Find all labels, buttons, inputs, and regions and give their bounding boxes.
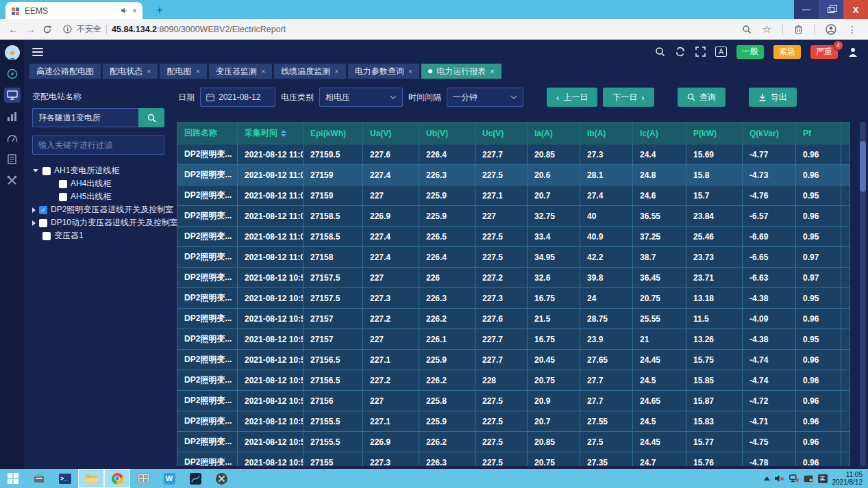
nav-tab-4[interactable]: 线缆温度监测× [274, 64, 345, 79]
zoom-icon[interactable] [742, 25, 752, 34]
voltage-type-select[interactable]: 相电压 [319, 88, 403, 107]
tab-close-icon[interactable]: × [147, 67, 151, 75]
column-header-9[interactable]: P(kW) [686, 123, 743, 144]
tab-close-icon[interactable]: × [408, 67, 412, 75]
network-error-icon[interactable] [789, 474, 799, 483]
back-icon[interactable]: ← [8, 23, 18, 35]
nav-tab-3[interactable]: 变压器监测× [209, 64, 272, 79]
column-header-5[interactable]: Uc(V) [475, 123, 528, 144]
rail-gauge-icon[interactable] [4, 130, 21, 145]
query-button[interactable]: 查询 [678, 88, 726, 107]
tree-checkbox[interactable] [59, 193, 67, 201]
alarm-severe-button[interactable]: 严重 4 [810, 45, 838, 59]
column-header-4[interactable]: Ub(V) [419, 123, 475, 144]
forward-icon[interactable]: → [25, 23, 36, 35]
table-row-15[interactable]: DP2照明变...2021-08-12 10:5027155227.3226.3… [177, 452, 850, 467]
table-row-14[interactable]: DP2照明变...2021-08-12 10:5127155.5226.9226… [177, 432, 850, 452]
hardware-tools-icon[interactable] [208, 469, 234, 488]
table-scrollbar[interactable] [860, 122, 866, 466]
volume-muted-icon[interactable] [775, 474, 784, 483]
powershell-icon[interactable]: >_ [52, 469, 78, 488]
rail-chart-icon[interactable] [4, 109, 21, 124]
search-icon[interactable] [655, 47, 665, 57]
date-picker[interactable]: 2021-08-12 [200, 88, 275, 107]
export-button[interactable]: 导出 [749, 88, 797, 107]
caret-right-icon[interactable] [32, 207, 36, 213]
tree-item-3[interactable]: ✓DP2照明变压器进线开关及控制室 [32, 203, 164, 216]
tray-clock[interactable]: 11:05 2021/8/12 [832, 471, 863, 486]
tree-item-5[interactable]: 变压器1 [32, 229, 164, 242]
column-header-6[interactable]: Ia(A) [528, 123, 580, 144]
table-row-5[interactable]: DP2照明变...2021-08-12 11:0027158227.4226.4… [177, 247, 850, 268]
user-avatar[interactable] [5, 45, 20, 60]
tab-close-icon[interactable]: × [195, 67, 199, 75]
column-header-11[interactable]: Pf [796, 123, 841, 144]
window-minimize-button[interactable]: — [794, 0, 819, 19]
table-row-9[interactable]: DP2照明变...2021-08-12 10:5627157227226.122… [177, 329, 850, 350]
windows-start-button[interactable] [0, 469, 26, 488]
rail-monitor-icon[interactable] [4, 88, 21, 103]
nav-tab-1[interactable]: 配电状态× [103, 64, 158, 79]
interval-select[interactable]: 一分钟 [447, 88, 523, 107]
wps-office-icon[interactable]: W [156, 469, 182, 488]
table-row-0[interactable]: DP2照明变...2021-08-12 11:0527159.5227.6226… [177, 144, 850, 165]
refresh-icon[interactable] [675, 47, 686, 57]
scrollbar-thumb[interactable] [860, 141, 866, 192]
table-row-8[interactable]: DP2照明变...2021-08-12 10:5727157227.2226.2… [177, 309, 850, 329]
table-row-1[interactable]: DP2照明变...2021-08-12 11:0427159227.4226.3… [177, 165, 850, 185]
fullscreen-icon[interactable] [695, 47, 706, 57]
rail-map-icon[interactable] [4, 66, 21, 81]
alarm-general-button[interactable]: 一般 [736, 45, 764, 59]
tree-filter-input[interactable] [32, 136, 164, 155]
column-header-7[interactable]: Ib(A) [580, 123, 633, 144]
column-header-2[interactable]: Epi(kWh) [303, 123, 363, 144]
column-header-8[interactable]: Ic(A) [633, 123, 686, 144]
caret-right-icon[interactable] [32, 220, 36, 226]
tree-checkbox[interactable] [42, 232, 51, 240]
trash-icon[interactable] [794, 25, 803, 34]
tab-close-icon[interactable]: × [132, 6, 137, 16]
browser-tab[interactable]: EEMS × [5, 2, 142, 19]
ime-keyboard-icon[interactable] [804, 475, 813, 483]
station-search-input[interactable] [32, 108, 138, 127]
window-close-button[interactable]: X [843, 0, 868, 19]
window-restore-button[interactable] [819, 0, 843, 19]
tab-close-icon[interactable]: × [490, 67, 494, 75]
bookmark-star-icon[interactable]: ☆ [762, 23, 771, 36]
table-row-3[interactable]: DP2照明变...2021-08-12 11:0227158.5226.9225… [177, 206, 850, 227]
tree-checkbox[interactable] [42, 167, 51, 175]
tree-item-1[interactable]: AH4出线柜 [32, 177, 164, 190]
nav-tab-0[interactable]: 高速公路配电图 [29, 64, 101, 79]
nav-tab-2[interactable]: 配电图× [160, 64, 206, 79]
rail-report-icon[interactable] [4, 151, 21, 166]
table-row-12[interactable]: DP2照明变...2021-08-12 10:5327156227225.822… [177, 391, 850, 411]
new-tab-button[interactable]: + [152, 3, 167, 18]
table-row-2[interactable]: DP2照明变...2021-08-12 11:0327159227225.922… [177, 185, 850, 206]
table-row-10[interactable]: DP2照明变...2021-08-12 10:5527156.5227.1225… [177, 350, 850, 370]
table-row-7[interactable]: DP2照明变...2021-08-12 10:5827157.5227.3226… [177, 288, 850, 309]
tree-item-4[interactable]: DP10动力变压器进线开关及控制室 [32, 216, 164, 229]
next-day-button[interactable]: 下一日› [603, 88, 654, 107]
column-header-3[interactable]: Ua(V) [363, 123, 419, 144]
hidden-icons-chevron[interactable] [764, 476, 770, 480]
column-header-0[interactable]: 回路名称 [177, 123, 238, 144]
chrome-icon[interactable] [104, 469, 130, 488]
table-row-4[interactable]: DP2照明变...2021-08-12 11:0127158.5227.4226… [177, 227, 850, 247]
translate-icon[interactable]: A [715, 47, 727, 57]
table-row-13[interactable]: DP2照明变...2021-08-12 10:5227155.5227.1225… [177, 411, 850, 432]
column-header-1[interactable]: 采集时间 [238, 123, 303, 144]
file-explorer-icon[interactable] [78, 469, 104, 488]
info-icon[interactable] [63, 25, 72, 34]
nav-tab-5[interactable]: 电力参数查询× [348, 64, 419, 79]
caret-down-icon[interactable] [32, 169, 39, 172]
language-indicator-icon[interactable]: 英 [818, 474, 828, 483]
tree-checkbox[interactable]: ✓ [39, 206, 47, 214]
table-row-6[interactable]: DP2照明变...2021-08-12 10:5927157.522722622… [177, 268, 850, 288]
tree-checkbox[interactable] [59, 180, 67, 188]
reload-icon[interactable] [42, 25, 52, 34]
tree-item-2[interactable]: AH5出线柜 [32, 190, 164, 203]
system-monitor-icon[interactable] [130, 469, 156, 488]
tab-close-icon[interactable]: × [334, 67, 338, 75]
rail-tools-icon[interactable] [4, 172, 21, 188]
nav-tab-6[interactable]: 电力运行报表× [421, 64, 501, 79]
